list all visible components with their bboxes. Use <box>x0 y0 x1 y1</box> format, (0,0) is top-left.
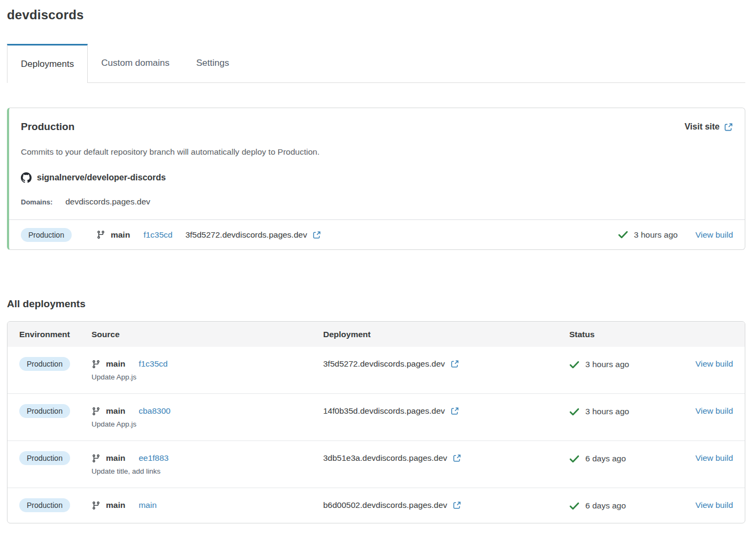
view-build-link[interactable]: View build <box>696 453 733 462</box>
table-header-row: Environment Source Deployment Status <box>7 322 745 347</box>
git-branch-icon <box>96 230 105 239</box>
page-title: devdiscords <box>7 7 745 22</box>
view-build-link[interactable]: View build <box>696 230 733 240</box>
git-branch-icon <box>91 454 101 463</box>
success-check-icon <box>569 361 579 369</box>
success-check-icon <box>569 455 579 463</box>
table-row: Production main cba8300 Update App.js 14… <box>7 393 745 440</box>
commit-link[interactable]: f1c35cd <box>139 359 167 369</box>
status-time: 3 hours ago <box>585 407 629 416</box>
all-deployments-title: All deployments <box>7 298 745 310</box>
column-header-deployment: Deployment <box>323 330 569 339</box>
column-header-status: Status <box>569 330 687 339</box>
external-link-icon <box>453 501 461 510</box>
deployment-url-link[interactable]: 3db51e3a.devdiscords.pages.dev <box>323 453 461 463</box>
tab-bar: Deployments Custom domains Settings <box>7 44 745 83</box>
table-row: Production main f1c35cd Update App.js 3f… <box>7 347 745 393</box>
deployment-url-link[interactable]: b6d00502.devdiscords.pages.dev <box>323 500 461 510</box>
git-branch-icon <box>91 501 101 510</box>
status-time: 6 days ago <box>585 454 626 463</box>
repository-row: signalnerve/developer-discords <box>21 172 733 183</box>
commit-message: Update App.js <box>91 420 323 428</box>
branch-name: main <box>106 359 125 369</box>
status-time: 6 days ago <box>585 501 626 511</box>
status-time: 3 hours ago <box>585 360 629 369</box>
production-description: Commits to your default repository branc… <box>21 147 733 157</box>
view-build-link[interactable]: View build <box>696 359 733 368</box>
production-deployment-row: Production main f1c35cd 3f5d5272.devdisc… <box>9 219 745 249</box>
branch-name: main <box>111 230 130 240</box>
environment-badge: Production <box>21 228 72 242</box>
view-build-link[interactable]: View build <box>696 500 733 510</box>
tab-settings-label: Settings <box>196 58 229 69</box>
environment-badge: Production <box>19 498 70 512</box>
external-link-icon <box>453 454 461 462</box>
table-row: Production main ee1f883 Update title, ad… <box>7 440 745 488</box>
production-card: Production Visit site Commits to your de… <box>7 108 745 250</box>
success-check-icon <box>569 502 579 510</box>
external-link-icon <box>450 360 459 368</box>
status-time: 3 hours ago <box>634 230 678 240</box>
success-check-icon <box>569 408 579 416</box>
commit-link[interactable]: main <box>139 500 157 510</box>
deployment-url-link[interactable]: 14f0b35d.devdiscords.pages.dev <box>323 406 459 416</box>
github-icon <box>21 172 32 183</box>
tab-deployments-label: Deployments <box>21 59 74 70</box>
git-branch-icon <box>91 360 101 369</box>
commit-message: Update App.js <box>91 373 323 381</box>
environment-badge: Production <box>19 404 70 418</box>
domains-value: devdiscords.pages.dev <box>65 197 150 207</box>
column-header-source: Source <box>91 330 323 339</box>
deployment-url: 3f5d5272.devdiscords.pages.dev <box>185 230 307 240</box>
deployment-url: 3f5d5272.devdiscords.pages.dev <box>323 359 445 369</box>
external-link-icon <box>312 231 321 239</box>
domains-label: Domains: <box>21 198 52 206</box>
branch-name: main <box>106 500 125 510</box>
commit-link[interactable]: f1c35cd <box>143 230 172 240</box>
deployment-url: 3db51e3a.devdiscords.pages.dev <box>323 453 447 463</box>
domains-row: Domains: devdiscords.pages.dev <box>21 197 733 207</box>
external-link-icon <box>450 407 459 415</box>
column-header-environment: Environment <box>19 330 91 339</box>
deployment-url-link[interactable]: 3f5d5272.devdiscords.pages.dev <box>323 359 459 369</box>
tab-settings[interactable]: Settings <box>183 44 242 82</box>
commit-message: Update title, add links <box>91 467 323 475</box>
tab-custom-domains[interactable]: Custom domains <box>88 44 183 82</box>
production-card-title: Production <box>21 121 74 133</box>
visit-site-label: Visit site <box>684 122 720 132</box>
view-build-link[interactable]: View build <box>696 406 733 415</box>
external-link-icon <box>724 123 733 132</box>
branch-name: main <box>106 453 125 463</box>
tab-deployments[interactable]: Deployments <box>7 44 88 83</box>
environment-badge: Production <box>19 451 70 465</box>
git-branch-icon <box>91 407 101 416</box>
pages-project-page: devdiscords Deployments Custom domains S… <box>0 0 756 523</box>
success-check-icon <box>618 231 628 239</box>
deployments-table: Environment Source Deployment Status Pro… <box>7 321 745 523</box>
commit-link[interactable]: cba8300 <box>139 406 170 416</box>
deployment-url: 14f0b35d.devdiscords.pages.dev <box>323 406 445 416</box>
branch-name: main <box>106 406 125 416</box>
deployment-url-link[interactable]: 3f5d5272.devdiscords.pages.dev <box>185 230 321 240</box>
deployment-url: b6d00502.devdiscords.pages.dev <box>323 500 447 510</box>
tab-custom-domains-label: Custom domains <box>101 58 170 69</box>
repository-name: signalnerve/developer-discords <box>37 173 166 183</box>
commit-link[interactable]: ee1f883 <box>139 453 169 463</box>
visit-site-link[interactable]: Visit site <box>684 122 733 132</box>
environment-badge: Production <box>19 357 70 371</box>
table-row: Production main main b6d00502.devdiscord… <box>7 488 745 523</box>
